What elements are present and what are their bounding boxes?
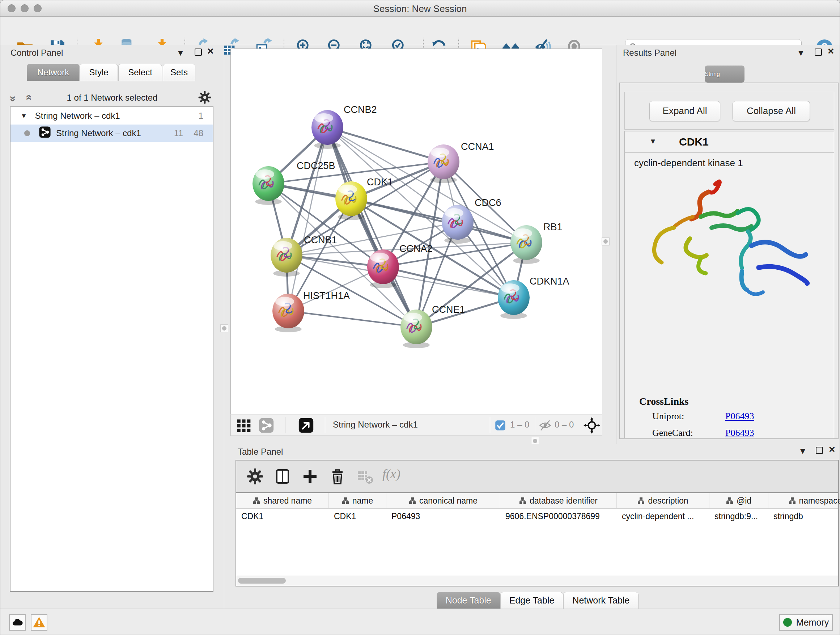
- network-options-gear-icon[interactable]: [198, 90, 212, 106]
- crosslinks-title: CrossLinks: [639, 396, 688, 407]
- table-header-row: shared namenamecanonical namedatabase id…: [236, 493, 838, 509]
- footer-separator: [285, 417, 286, 433]
- show-columns-icon[interactable]: [274, 468, 291, 485]
- section-collapse-icon[interactable]: ▼: [649, 137, 657, 146]
- panel-menu-icon[interactable]: ▼: [797, 49, 805, 57]
- network-canvas[interactable]: CCNB2CCNA1CDC25BCDK1CDC6RB1CCNB1CCNA2CDK…: [231, 49, 602, 414]
- tab-string[interactable]: String: [705, 65, 745, 82]
- table-cell[interactable]: P06493: [386, 509, 500, 524]
- table-row[interactable]: CDK1CDK1P064939606.ENSP00000378699cyclin…: [236, 509, 838, 524]
- network-graph[interactable]: CCNB2CCNA1CDC25BCDK1CDC6RB1CCNB1CCNA2CDK…: [231, 49, 602, 414]
- table-cell[interactable]: cyclin-dependent ...: [617, 509, 709, 524]
- network-share-toggle-icon[interactable]: [258, 417, 274, 435]
- panel-close-icon[interactable]: ×: [829, 444, 835, 455]
- column-type-icon: [342, 497, 349, 504]
- table-cell[interactable]: CDK1: [236, 509, 329, 524]
- network-share-icon: [39, 126, 51, 141]
- create-column-plus-icon[interactable]: [302, 468, 319, 485]
- tab-network-table[interactable]: Network Table: [563, 592, 638, 609]
- cloud-status-button[interactable]: [9, 614, 26, 631]
- birdseye-grid-icon[interactable]: [236, 417, 252, 435]
- delete-column-trash-icon[interactable]: [329, 468, 346, 485]
- table-settings-gear-icon[interactable]: [246, 468, 264, 485]
- column-header-canonical-name[interactable]: canonical name: [386, 493, 500, 508]
- panel-menu-icon[interactable]: ▼: [798, 447, 807, 455]
- table-toolbar: f(x): [236, 461, 838, 493]
- table-cell[interactable]: stringdb:9...: [709, 509, 768, 524]
- hidden-count: 0 – 0: [554, 420, 574, 430]
- tab-node-table[interactable]: Node Table: [437, 592, 500, 609]
- table-panel: Table Panel ▼ × f(x) shared namenamecano…: [235, 444, 840, 608]
- right-splitter-handle[interactable]: [602, 238, 609, 245]
- tab-sets[interactable]: Sets: [163, 64, 195, 81]
- panel-float-icon[interactable]: [816, 447, 823, 454]
- table-hscrollbar[interactable]: [236, 576, 838, 586]
- panel-close-icon[interactable]: ×: [828, 46, 834, 57]
- crosslink-link[interactable]: P06493: [725, 428, 754, 439]
- panel-menu-icon[interactable]: ▼: [176, 49, 185, 57]
- hscrollbar-thumb[interactable]: [238, 578, 286, 584]
- network-row[interactable]: String Network – cdk1 11 48: [11, 125, 213, 142]
- node-CDC25B[interactable]: [253, 166, 284, 205]
- expand-all-networks-icon[interactable]: »: [22, 96, 34, 101]
- edge-HIST1H1A-CCNE1[interactable]: [288, 311, 416, 327]
- expand-all-button[interactable]: Expand All: [649, 101, 720, 121]
- node-CDKN1A[interactable]: [498, 280, 530, 319]
- collection-expand-icon[interactable]: ▼: [21, 112, 27, 120]
- column-header-label: description: [648, 496, 688, 506]
- node-label-RB1: RB1: [543, 222, 562, 233]
- open-in-window-icon[interactable]: [298, 417, 314, 435]
- fit-content-crosshair-icon[interactable]: [584, 417, 600, 435]
- delete-table-icon-disabled: [356, 468, 374, 485]
- gene-description: cyclin-dependent kinase 1: [634, 157, 743, 169]
- column-type-icon: [726, 497, 733, 504]
- warning-status-button[interactable]: [31, 614, 47, 631]
- column-header-label: namespace: [799, 496, 840, 506]
- column-header-shared-name[interactable]: shared name: [236, 493, 329, 508]
- column-header-database-identifier[interactable]: database identifier: [500, 493, 617, 508]
- left-splitter-handle[interactable]: [220, 325, 228, 333]
- node-label-CCNA1: CCNA1: [461, 141, 494, 152]
- node-HIST1H1A[interactable]: [272, 294, 304, 333]
- column-header-namespace[interactable]: namespace: [768, 493, 840, 508]
- node-CCNE1[interactable]: [401, 310, 432, 348]
- status-bar: Memory: [0, 608, 840, 635]
- network-label: String Network – cdk1: [56, 128, 141, 138]
- network-collection-row[interactable]: ▼ String Network – cdk1 1: [11, 107, 213, 125]
- node-CCNB2[interactable]: [311, 110, 343, 149]
- column-header-label: @id: [737, 496, 752, 506]
- table-cell[interactable]: stringdb: [768, 509, 840, 524]
- tab-style[interactable]: Style: [80, 64, 118, 81]
- edge-CCNB2-HIST1H1A[interactable]: [288, 127, 327, 311]
- tab-select[interactable]: Select: [118, 64, 162, 81]
- collapse-all-networks-icon[interactable]: »: [7, 96, 19, 101]
- tab-edge-table[interactable]: Edge Table: [500, 592, 564, 609]
- collapse-all-button[interactable]: Collapse All: [733, 101, 810, 121]
- tab-network[interactable]: Network: [27, 64, 80, 81]
- column-header-label: database identifier: [530, 496, 598, 506]
- table-cell[interactable]: CDK1: [329, 509, 386, 524]
- node-CCNA1[interactable]: [428, 144, 459, 183]
- selected-count: 1 – 0: [510, 420, 529, 430]
- node-CCNB1[interactable]: [271, 238, 302, 277]
- panel-float-icon[interactable]: [195, 49, 202, 56]
- table-cell[interactable]: 9606.ENSP00000378699: [500, 509, 617, 524]
- panel-float-icon[interactable]: [815, 49, 822, 56]
- string-results-container: Expand All Collapse All ▼ CDK1 cyclin-de…: [619, 82, 838, 439]
- column-header-@id[interactable]: @id: [709, 493, 768, 508]
- crosslink-link[interactable]: P06493: [725, 411, 754, 422]
- control-panel: Control Panel ▼ × Network Style Select S…: [0, 45, 224, 608]
- gene-section-header[interactable]: ▼ CDK1: [625, 131, 834, 153]
- network-status-dot-icon: [24, 130, 30, 136]
- node-RB1[interactable]: [510, 225, 542, 264]
- node-label-CCNB2: CCNB2: [344, 104, 377, 115]
- hidden-eye-slash-icon: [539, 419, 551, 433]
- selected-checkbox-icon[interactable]: [495, 420, 506, 432]
- column-header-name[interactable]: name: [329, 493, 386, 508]
- warning-icon: [33, 616, 46, 629]
- edge-CCNB2-CCNA1[interactable]: [327, 127, 444, 162]
- column-header-description[interactable]: description: [617, 493, 709, 508]
- memory-button[interactable]: Memory: [779, 614, 833, 631]
- panel-close-icon[interactable]: ×: [207, 46, 214, 57]
- collection-count: 1: [199, 111, 203, 121]
